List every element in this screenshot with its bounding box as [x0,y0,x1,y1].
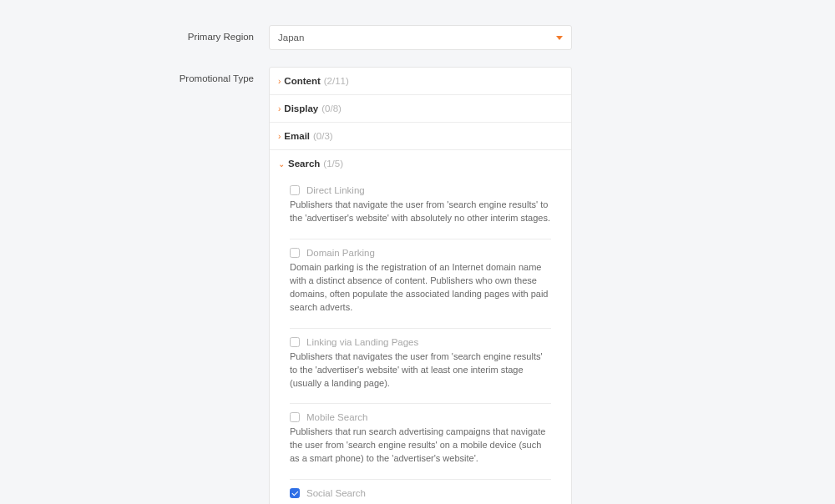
desc-linking-landing: Publishers that navigates the user from … [290,350,551,391]
category-content-label: Content [284,76,320,86]
category-search-count: (1/5) [323,159,343,169]
item-mobile-search: Mobile Search Publishers that run search… [270,404,571,469]
item-direct-linking: Direct Linking Publishers that navigate … [270,177,571,229]
caret-down-icon: ⌄ [278,159,285,169]
category-email-count: (0/3) [313,131,333,141]
category-display[interactable]: › Display (0/8) [270,95,571,123]
caret-right-icon: › [278,104,281,113]
label-promotional-type: Promotional Type [33,67,269,83]
checkbox-linking-landing[interactable] [290,337,300,347]
promotional-type-panel: › Content (2/11) › Display (0/8) › Email… [269,67,572,504]
checkbox-direct-linking[interactable] [290,185,300,195]
form-area: Primary Region Japan Promotional Type › … [0,0,835,504]
chevron-down-icon [556,36,563,40]
search-subitems: Direct Linking Publishers that navigate … [270,177,571,504]
category-search[interactable]: ⌄ Search (1/5) [270,150,571,177]
row-promotional-type: Promotional Type › Content (2/11) › Disp… [33,67,802,504]
category-email[interactable]: › Email (0/3) [270,123,571,150]
desc-mobile-search: Publishers that run search advertising c… [290,426,551,466]
title-direct-linking: Direct Linking [306,185,365,195]
primary-region-value: Japan [278,33,304,43]
caret-right-icon: › [278,132,281,141]
category-search-label: Search [288,159,320,169]
title-domain-parking: Domain Parking [306,248,375,258]
label-primary-region: Primary Region [33,25,269,42]
category-display-count: (0/8) [321,103,342,113]
category-display-label: Display [284,103,318,113]
row-primary-region: Primary Region Japan [33,25,802,50]
desc-domain-parking: Domain parking is the registration of an… [290,261,551,315]
primary-region-select[interactable]: Japan [269,25,572,50]
checkbox-mobile-search[interactable] [290,412,300,422]
category-content[interactable]: › Content (2/11) [270,68,571,95]
category-content-count: (2/11) [324,76,349,86]
item-linking-landing: Linking via Landing Pages Publishers tha… [270,329,571,394]
checkbox-social-search[interactable] [290,488,300,498]
title-mobile-search: Mobile Search [306,412,368,422]
checkbox-domain-parking[interactable] [290,248,300,258]
item-domain-parking: Domain Parking Domain parking is the reg… [270,239,571,318]
caret-right-icon: › [278,77,281,86]
category-email-label: Email [284,131,310,141]
desc-direct-linking: Publishers that navigate the user from '… [290,199,551,225]
title-linking-landing: Linking via Landing Pages [306,337,418,347]
item-social-search: Social Search Set as primary promotional… [270,480,571,504]
title-social-search: Social Search [306,488,366,498]
